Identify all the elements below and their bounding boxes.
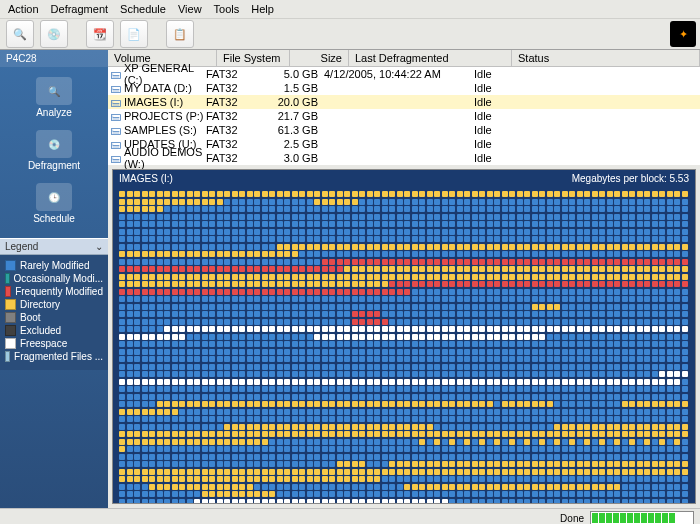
legend-label: Freespace: [20, 338, 67, 349]
sidebar-schedule-button[interactable]: 🕒 Schedule: [33, 183, 75, 224]
legend-title: Legend: [5, 241, 38, 252]
sidebar-analyze-button[interactable]: 🔍 Analyze: [36, 77, 72, 118]
volume-name: SAMPLES (S:): [122, 124, 206, 136]
volume-name: IMAGES (I:): [122, 96, 206, 108]
drive-icon: 🖴: [108, 82, 122, 94]
drive-icon: 🖴: [108, 124, 122, 136]
menu-tools[interactable]: Tools: [214, 3, 240, 15]
app-logo: ✦: [670, 21, 696, 47]
logo-icon: ✦: [679, 28, 688, 41]
status-bar: Done: [0, 508, 700, 524]
menu-action[interactable]: Action: [8, 3, 39, 15]
legend-item[interactable]: Rarely Modified: [5, 260, 103, 271]
legend-item[interactable]: Frequently Modified: [5, 286, 103, 297]
legend-swatch: [5, 312, 16, 323]
cluster-map-panel: IMAGES (I:) Megabytes per block: 5.53: [112, 169, 696, 504]
menu-help[interactable]: Help: [251, 3, 274, 15]
legend-label: Excluded: [20, 325, 61, 336]
schedule-icon: 🕒: [36, 183, 72, 211]
volume-size: 1.5 GB: [272, 82, 324, 94]
sidebar-defragment-button[interactable]: 💿 Defragment: [28, 130, 80, 171]
col-size[interactable]: Size: [290, 50, 349, 66]
sidebar-item-label: Schedule: [33, 213, 75, 224]
sidebar-item-label: Defragment: [28, 160, 80, 171]
menu-view[interactable]: View: [178, 3, 202, 15]
menu-defragment[interactable]: Defragment: [51, 3, 108, 15]
disk-icon: 💿: [47, 28, 61, 41]
volume-size: 3.0 GB: [272, 152, 324, 164]
map-title: IMAGES (I:): [119, 173, 173, 184]
legend-item[interactable]: Excluded: [5, 325, 103, 336]
legend-label: Occasionally Modi...: [14, 273, 103, 284]
volume-fs: FAT32: [206, 124, 272, 136]
progress-bar: [590, 511, 694, 524]
volume-status: Idle: [474, 68, 700, 80]
drive-icon: 🖴: [108, 110, 122, 122]
toolbar-settings-button[interactable]: 📋: [166, 20, 194, 48]
magnifier-icon: 🔍: [13, 28, 27, 41]
chevron-down-icon: ⌄: [95, 241, 103, 252]
content-area: Volume File System Size Last Defragmente…: [108, 50, 700, 508]
sidebar-item-label: Analyze: [36, 107, 72, 118]
volume-row[interactable]: 🖴MY DATA (D:)FAT321.5 GBIdle: [108, 81, 700, 95]
volume-size: 61.3 GB: [272, 124, 324, 136]
drive-icon: 🖴: [108, 68, 122, 80]
legend-swatch: [5, 325, 16, 336]
col-last-defrag[interactable]: Last Defragmented: [349, 50, 512, 66]
col-status[interactable]: Status: [512, 50, 700, 66]
volume-fs: FAT32: [206, 68, 272, 80]
drive-icon: 🖴: [108, 138, 122, 150]
legend-item[interactable]: Directory: [5, 299, 103, 310]
sidebar-title: P4C28: [0, 50, 108, 67]
status-label: Done: [560, 513, 584, 524]
volume-status: Idle: [474, 138, 700, 150]
legend-label: Fragmented Files ...: [14, 351, 103, 362]
legend-swatch: [5, 260, 16, 271]
toolbar-schedule-button[interactable]: 📆: [86, 20, 114, 48]
menu-schedule[interactable]: Schedule: [120, 3, 166, 15]
defragment-icon: 💿: [36, 130, 72, 158]
col-filesystem[interactable]: File System: [217, 50, 290, 66]
menu-bar: Action Defragment Schedule View Tools He…: [0, 0, 700, 19]
legend-label: Frequently Modified: [15, 286, 103, 297]
legend-swatch: [5, 299, 16, 310]
volume-status: Idle: [474, 152, 700, 164]
legend-label: Boot: [20, 312, 41, 323]
volume-status: Idle: [474, 110, 700, 122]
legend-swatch: [5, 286, 11, 297]
volume-status: Idle: [474, 82, 700, 94]
cluster-map: [113, 187, 695, 503]
volume-fs: FAT32: [206, 152, 272, 164]
legend-item[interactable]: Boot: [5, 312, 103, 323]
volume-row[interactable]: 🖴PROJECTS (P:)FAT3221.7 GBIdle: [108, 109, 700, 123]
volume-row[interactable]: 🖴XP GENERAL (C:)FAT325.0 GB4/12/2005, 10…: [108, 67, 700, 81]
gear-icon: 📋: [173, 28, 187, 41]
drive-icon: 🖴: [108, 152, 122, 164]
volume-size: 21.7 GB: [272, 110, 324, 122]
volume-name: PROJECTS (P:): [122, 110, 206, 122]
report-icon: 📄: [127, 28, 141, 41]
legend-item[interactable]: Freespace: [5, 338, 103, 349]
legend-item[interactable]: Occasionally Modi...: [5, 273, 103, 284]
legend-list: Rarely ModifiedOccasionally Modi...Frequ…: [0, 255, 108, 370]
volume-row[interactable]: 🖴AUDIO DEMOS (W:)FAT323.0 GBIdle: [108, 151, 700, 165]
volume-fs: FAT32: [206, 96, 272, 108]
volume-status: Idle: [474, 124, 700, 136]
toolbar-defragment-button[interactable]: 💿: [40, 20, 68, 48]
legend-label: Directory: [20, 299, 60, 310]
calendar-icon: 📆: [93, 28, 107, 41]
legend-header[interactable]: Legend ⌄: [0, 238, 108, 255]
toolbar-report-button[interactable]: 📄: [120, 20, 148, 48]
volume-fs: FAT32: [206, 82, 272, 94]
legend-item[interactable]: Fragmented Files ...: [5, 351, 103, 362]
analyze-icon: 🔍: [36, 77, 72, 105]
volume-size: 20.0 GB: [272, 96, 324, 108]
legend-swatch: [5, 273, 10, 284]
volume-last: 4/12/2005, 10:44:22 AM: [324, 68, 474, 80]
volume-status: Idle: [474, 96, 700, 108]
volume-row[interactable]: 🖴IMAGES (I:)FAT3220.0 GBIdle: [108, 95, 700, 109]
toolbar-analyze-button[interactable]: 🔍: [6, 20, 34, 48]
volume-row[interactable]: 🖴SAMPLES (S:)FAT3261.3 GBIdle: [108, 123, 700, 137]
toolbar: 🔍 💿 📆 📄 📋 ✦: [0, 19, 700, 50]
legend-swatch: [5, 338, 16, 349]
